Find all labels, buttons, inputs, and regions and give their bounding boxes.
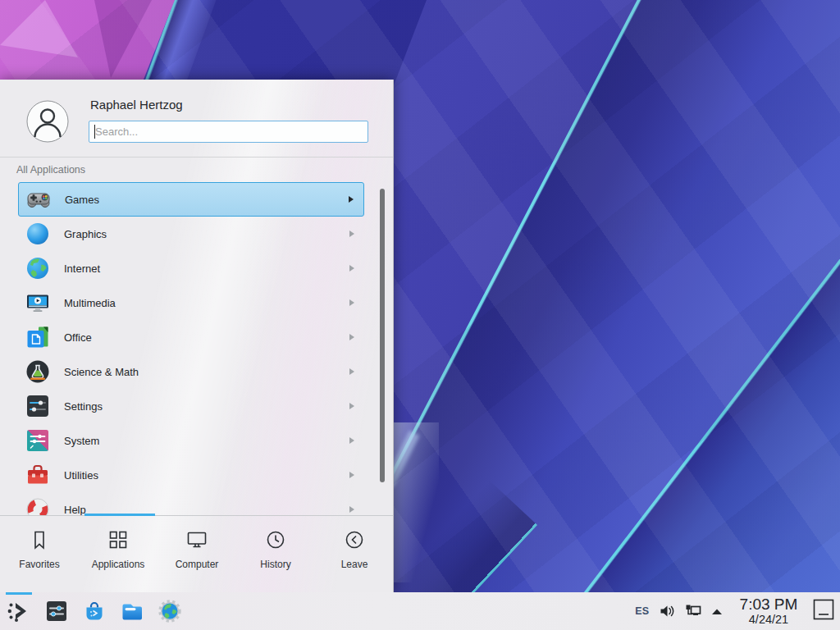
- submenu-arrow-icon: [349, 506, 354, 513]
- category-row-science-math[interactable]: Science & Math: [18, 354, 364, 389]
- tray-expander-button[interactable]: [711, 608, 723, 615]
- tab-applications[interactable]: Applications: [79, 516, 158, 591]
- category-label: Graphics: [64, 228, 107, 240]
- keyboard-layout-indicator[interactable]: ES: [635, 605, 649, 617]
- caret-up-icon: [711, 608, 723, 615]
- system-tray: ES 7:03 PM: [635, 592, 840, 630]
- category-row-multimedia[interactable]: Multimedia: [18, 285, 364, 320]
- clock-time: 7:03 PM: [736, 596, 801, 613]
- discover-button[interactable]: [82, 599, 107, 623]
- list-scrollbar[interactable]: [380, 189, 385, 482]
- show-desktop-button[interactable]: [811, 599, 834, 623]
- tab-computer[interactable]: Computer: [158, 516, 236, 591]
- network-button[interactable]: [685, 603, 701, 619]
- office-icon: [25, 324, 51, 350]
- category-label: System: [64, 435, 99, 447]
- volume-button[interactable]: [659, 603, 675, 619]
- submenu-arrow-icon: [349, 403, 354, 409]
- category-row-graphics[interactable]: Graphics: [18, 217, 364, 251]
- system-icon: [25, 427, 51, 454]
- category-label: Utilities: [64, 469, 98, 482]
- tab-label: Leave: [341, 559, 368, 570]
- tab-leave[interactable]: Leave: [315, 516, 394, 591]
- submenu-arrow-icon: [349, 472, 354, 478]
- submenu-arrow-icon: [349, 368, 354, 375]
- category-row-settings[interactable]: Settings: [18, 389, 364, 423]
- user-name: Raphael Hertzog: [90, 98, 183, 112]
- app-grid-icon: [107, 528, 130, 551]
- category-label: Help: [64, 504, 86, 516]
- science-icon: [25, 358, 51, 385]
- help-icon: [25, 496, 51, 515]
- kickoff-tabbar: Favorites Applications Computer: [0, 516, 394, 591]
- category-row-system[interactable]: System: [18, 423, 364, 458]
- category-label: Internet: [64, 262, 100, 275]
- wired-network-icon: [685, 603, 701, 619]
- graphics-icon: [25, 221, 51, 247]
- category-row-utilities[interactable]: Utilities: [18, 458, 364, 492]
- tab-label: History: [260, 559, 290, 570]
- submenu-arrow-icon: [349, 196, 354, 203]
- category-label: Games: [65, 194, 99, 206]
- multimedia-icon: [25, 290, 51, 316]
- show-desktop-icon: [813, 599, 834, 620]
- system-settings-button[interactable]: [44, 599, 69, 623]
- search-input[interactable]: [89, 121, 368, 143]
- file-manager-button[interactable]: [120, 599, 144, 623]
- category-row-games[interactable]: Games: [18, 182, 364, 217]
- category-label: Science & Math: [64, 366, 139, 378]
- category-row-office[interactable]: Office: [18, 320, 364, 354]
- internet-icon: [25, 255, 51, 281]
- category-label: Multimedia: [64, 297, 116, 309]
- history-clock-icon: [264, 528, 287, 551]
- clock-date: 4/24/21: [736, 613, 801, 626]
- taskbar: ES 7:03 PM: [0, 592, 840, 630]
- bookmark-icon: [28, 528, 51, 551]
- category-row-help[interactable]: Help: [18, 492, 364, 515]
- tab-label: Computer: [176, 559, 219, 570]
- desktop: Raphael Hertzog All Applications: [0, 0, 840, 630]
- user-avatar[interactable]: [26, 100, 69, 143]
- tab-label: Favorites: [19, 559, 59, 570]
- submenu-arrow-icon: [349, 231, 354, 237]
- settings-icon: [25, 393, 51, 419]
- globe-gear-icon: [158, 599, 182, 623]
- submenu-arrow-icon: [349, 265, 354, 272]
- leave-icon: [343, 528, 366, 551]
- all-applications-label: All Applications: [16, 164, 85, 176]
- search-field: [89, 121, 368, 143]
- category-label: Settings: [64, 400, 103, 413]
- web-browser-button[interactable]: [158, 599, 182, 623]
- header-separator: [0, 157, 393, 158]
- active-tab-indicator: [84, 514, 155, 516]
- submenu-arrow-icon: [349, 437, 354, 444]
- tab-favorites[interactable]: Favorites: [0, 516, 79, 591]
- settings-sliders-icon: [44, 599, 69, 623]
- submenu-arrow-icon: [349, 299, 354, 306]
- computer-icon: [185, 528, 208, 551]
- folder-icon: [120, 599, 144, 623]
- games-icon: [25, 186, 52, 212]
- submenu-arrow-icon: [349, 334, 354, 340]
- category-list: Games Graphics: [0, 182, 394, 515]
- kde-launcher-icon: [7, 599, 31, 623]
- application-launcher-menu: Raphael Hertzog All Applications: [0, 80, 394, 592]
- clock[interactable]: 7:03 PM 4/24/21: [736, 596, 801, 626]
- utilities-icon: [25, 462, 51, 488]
- tab-history[interactable]: History: [236, 516, 315, 591]
- category-label: Office: [64, 331, 92, 344]
- tab-label: Applications: [92, 559, 145, 570]
- text-cursor: [94, 125, 95, 139]
- discover-bag-icon: [82, 599, 107, 623]
- taskbar-pinned-apps: [7, 592, 182, 630]
- app-launcher-button[interactable]: [7, 599, 31, 623]
- speaker-icon: [659, 603, 675, 619]
- category-row-internet[interactable]: Internet: [18, 251, 364, 285]
